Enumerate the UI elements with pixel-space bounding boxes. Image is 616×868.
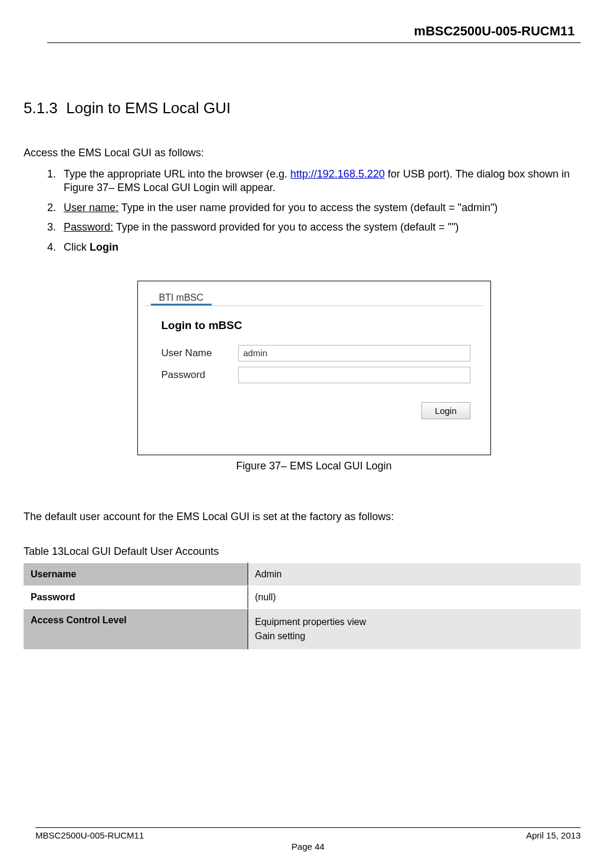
username-input[interactable] bbox=[238, 345, 470, 361]
url-link[interactable]: http://192.168.5.220 bbox=[291, 168, 385, 180]
button-row: Login bbox=[162, 402, 470, 419]
footer-divider bbox=[35, 827, 581, 828]
cell-password-label: Password bbox=[24, 586, 248, 609]
table-row: Access Control Level Equipment propertie… bbox=[24, 609, 581, 649]
table-caption: Table 13Local GUI Default User Accounts bbox=[24, 545, 581, 558]
username-label: User name: bbox=[64, 202, 118, 213]
login-figure: BTI mBSC Login to mBSC User Name Passwor… bbox=[47, 281, 581, 472]
acl-line-2: Gain setting bbox=[255, 629, 574, 643]
password-field-label: Password bbox=[162, 369, 238, 381]
list-item: Password: Type in the password provided … bbox=[59, 221, 581, 234]
doc-code: mBSC2500U-005-RUCM11 bbox=[414, 24, 575, 38]
section-title: Login to EMS Local GUI bbox=[66, 99, 230, 117]
list-item: Click Login bbox=[59, 241, 581, 254]
cell-acl-label: Access Control Level bbox=[24, 609, 248, 649]
login-form: Login to mBSC User Name Password Login bbox=[138, 306, 490, 455]
tab-bar: BTI mBSC bbox=[138, 281, 490, 305]
footer-left: MBSC2500U-005-RUCM11 bbox=[35, 830, 144, 840]
login-title: Login to mBSC bbox=[162, 319, 470, 332]
username-row: User Name bbox=[162, 345, 470, 361]
steps-list: Type the appropriate URL into the browse… bbox=[59, 167, 581, 254]
page-header: mBSC2500U-005-RUCM11 bbox=[47, 24, 581, 43]
footer-page: Page 44 bbox=[35, 841, 581, 851]
step3-text: Type in the password provided for you to… bbox=[113, 221, 459, 233]
page-content: 5.1.3 Login to EMS Local GUI Access the … bbox=[47, 43, 581, 650]
cell-password-value: (null) bbox=[248, 586, 581, 609]
default-account-text: The default user account for the EMS Loc… bbox=[24, 511, 581, 523]
list-item: Type the appropriate URL into the browse… bbox=[59, 167, 581, 195]
step4-pre: Click bbox=[64, 241, 90, 253]
footer-row: MBSC2500U-005-RUCM11 April 15, 2013 bbox=[35, 830, 581, 840]
table-row: Username Admin bbox=[24, 563, 581, 586]
figure-caption: Figure 37– EMS Local GUI Login bbox=[47, 460, 581, 472]
password-label: Password: bbox=[64, 221, 113, 233]
step2-text: Type in the user name provided for you t… bbox=[118, 202, 498, 213]
step1-pre: Type the appropriate URL into the browse… bbox=[64, 168, 291, 180]
section-number: 5.1.3 bbox=[24, 99, 58, 117]
tab-bti-mbsc[interactable]: BTI mBSC bbox=[151, 290, 212, 305]
cell-username-value: Admin bbox=[248, 563, 581, 586]
page-footer: MBSC2500U-005-RUCM11 April 15, 2013 Page… bbox=[35, 827, 581, 851]
intro-text: Access the EMS Local GUI as follows: bbox=[24, 147, 581, 159]
password-input[interactable] bbox=[238, 367, 470, 383]
footer-right: April 15, 2013 bbox=[526, 830, 581, 840]
step4-bold: Login bbox=[90, 241, 118, 253]
default-accounts-table: Username Admin Password (null) Access Co… bbox=[24, 563, 581, 650]
table-row: Password (null) bbox=[24, 586, 581, 609]
acl-line-1: Equipment properties view bbox=[255, 615, 574, 629]
section-heading: 5.1.3 Login to EMS Local GUI bbox=[24, 99, 581, 117]
username-field-label: User Name bbox=[162, 347, 238, 359]
cell-username-label: Username bbox=[24, 563, 248, 586]
cell-acl-value: Equipment properties view Gain setting bbox=[248, 609, 581, 649]
login-button[interactable]: Login bbox=[421, 402, 470, 419]
password-row: Password bbox=[162, 367, 470, 383]
login-box: BTI mBSC Login to mBSC User Name Passwor… bbox=[137, 281, 491, 455]
list-item: User name: Type in the user name provide… bbox=[59, 201, 581, 215]
